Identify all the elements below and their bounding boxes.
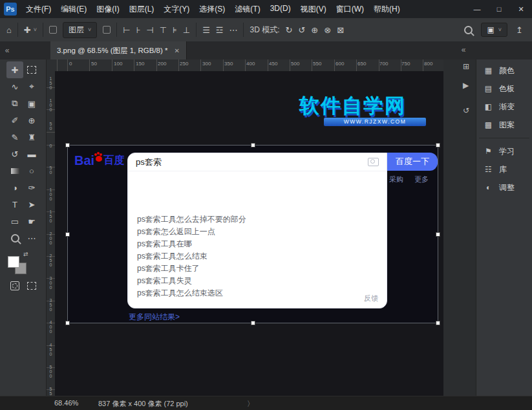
close-button[interactable]: ✕ [510,0,532,18]
tool-preset-picker[interactable]: ✚ ˅ [24,25,37,35]
transform-handle[interactable] [251,143,255,147]
share-icon[interactable]: ↥ [516,25,523,35]
gradient-tool[interactable] [6,162,23,179]
menu-filter[interactable]: 滤镜(T) [235,4,260,15]
menu-select[interactable]: 选择(S) [199,4,225,15]
menu-3d[interactable]: 3D(D) [270,4,291,15]
transform-handle[interactable] [436,232,440,237]
vertical-ruler[interactable]: 1 5 0 1 0 0 5 0 0 5 0 1 0 0 1 5 0 2 0 0 … [47,71,56,396]
watermark-title: 软件自学网 [299,92,406,120]
align-center-horizontal-icon[interactable]: ⊦ [136,25,141,35]
learn-panel-tab[interactable]: ⚑ 学习 [476,142,532,160]
3d-pan-icon[interactable]: ⊕ [311,25,318,35]
align-right-icon[interactable]: ⊣ [146,25,153,35]
align-bottom-icon[interactable]: ⊥ [183,25,190,35]
workspace-switcher[interactable]: ▣ ˅ [481,23,507,37]
crop-icon: ⧉ [12,98,17,109]
patterns-panel-tab[interactable]: ▩ 图案 [476,116,532,134]
dodge-tool[interactable]: ◑ [6,179,23,196]
document-info[interactable]: 837 像素 x 400 像素 (72 ppi) [98,399,188,409]
healing-brush-tool[interactable]: ⊕ [23,112,40,129]
brush-tool[interactable]: ✎ [6,129,23,146]
horizontal-ruler[interactable]: 0 50 100 150 200 250 300 350 400 450 500… [55,59,443,72]
toolbar-collapse-icon[interactable]: « [0,46,14,55]
dock-collapse-icon[interactable]: « [456,45,471,54]
move-tool[interactable]: ✚ [6,61,23,78]
actions-panel-icon[interactable]: ▶ [463,81,469,90]
tab-close-icon[interactable]: ✕ [174,47,179,54]
rectangular-marquee-tool[interactable] [23,61,40,78]
titlebar: Ps 文件(F) 编辑(E) 图像(I) 图层(L) 文字(Y) 选择(S) 滤… [0,0,532,18]
show-transform-checkbox[interactable] [103,26,111,34]
transform-handle[interactable] [436,321,440,325]
lasso-tool[interactable]: ∿ [6,78,23,95]
eyedropper-tool[interactable]: ✐ [6,112,23,129]
menu-image[interactable]: 图像(I) [96,4,119,15]
zoom-tool[interactable] [6,230,23,246]
adjustments-panel-tab[interactable]: ◐ 调整 [476,178,532,197]
document-tab[interactable]: 3.png @ 68.5% (图层 1, RGB/8) * ✕ [50,41,187,59]
menu-view[interactable]: 视图(V) [301,4,326,15]
menu-file[interactable]: 文件(F) [26,4,51,15]
clone-stamp-tool[interactable]: ♜ [23,129,40,146]
edit-toolbar-button[interactable]: ⋯ [23,230,40,246]
distribute-horizontal-icon[interactable]: ☰ [202,25,210,35]
quick-mask-button[interactable] [6,277,23,294]
transform-handle[interactable] [65,143,70,147]
path-selection-tool[interactable]: ➤ [23,196,40,213]
crop-tool[interactable]: ⧉ [6,95,23,112]
menu-window[interactable]: 窗口(W) [336,4,364,15]
type-tool[interactable]: T [6,196,23,213]
blur-tool[interactable]: ○ [23,162,40,179]
maximize-button[interactable]: □ [488,0,510,18]
shape-tool[interactable]: ▭ [6,213,23,230]
swatches-panel-tab[interactable]: ▤ 色板 [476,80,532,98]
home-icon[interactable]: ⌂ [6,25,12,35]
canvas-area[interactable]: Bai 百度 ps套索 ps套索工具怎么去掉不要的部分 ps套索怎么返回上一点 … [55,71,443,396]
pen-tool[interactable]: ✑ [23,179,40,196]
ruler-label: 400 [246,61,255,67]
zoom-level[interactable]: 68.46% [54,399,78,407]
ruler-label: 1 0 0 [47,188,55,201]
status-chevron-icon[interactable]: 〉 [247,399,254,409]
foreground-color-swatch[interactable] [8,256,19,268]
minimize-button[interactable]: — [466,0,488,18]
history-panel-icon[interactable]: ↺ [463,106,469,115]
3d-slide-icon[interactable]: ⊗ [324,25,331,35]
transform-handle[interactable] [65,321,70,325]
eraser-tool[interactable]: ▬ [23,146,40,162]
3d-scale-icon[interactable]: ⊠ [337,25,344,35]
menu-type[interactable]: 文字(Y) [164,4,189,15]
auto-select-checkbox[interactable] [49,26,57,34]
frame-tool[interactable]: ▣ [23,95,40,112]
align-middle-icon[interactable]: ⊧ [173,25,177,35]
menu-edit[interactable]: 编辑(E) [61,4,87,15]
info-panel-icon[interactable]: ⊞ [463,62,469,71]
ruler-label: 4 5 0 [47,343,55,356]
color-panel-tab[interactable]: ▦ 颜色 [476,61,532,80]
3d-roll-icon[interactable]: ↺ [298,25,305,35]
auto-select-dropdown[interactable]: 图层 ˅ [63,22,97,38]
transform-handle[interactable] [251,321,255,325]
transform-handle[interactable] [436,143,440,147]
search-icon[interactable] [464,26,473,34]
align-left-icon[interactable]: ⊢ [123,25,130,35]
distribute-vertical-icon[interactable]: ☲ [216,25,224,35]
3d-rotate-icon[interactable]: ↻ [286,25,293,35]
panel-label: 调整 [499,182,515,193]
hand-tool[interactable]: ☛ [23,213,40,230]
libraries-panel-tab[interactable]: ☷ 库 [476,160,532,178]
transform-box[interactable] [67,145,438,323]
transform-handle[interactable] [65,232,70,237]
ruler-label: 50 [91,61,97,67]
object-selection-tool[interactable]: ⌖ [23,78,40,95]
gradients-panel-tab[interactable]: ◧ 渐变 [476,98,532,116]
menu-help[interactable]: 帮助(H) [374,4,400,15]
align-top-icon[interactable]: ⊤ [160,25,167,35]
more-align-options-icon[interactable]: ⋯ [229,25,237,35]
swap-colors-icon[interactable]: ⇄ [23,251,28,257]
screen-mode-icon [27,282,36,290]
menu-layer[interactable]: 图层(L) [129,4,154,15]
screen-mode-button[interactable] [23,277,40,294]
history-brush-tool[interactable]: ↺ [6,146,23,162]
